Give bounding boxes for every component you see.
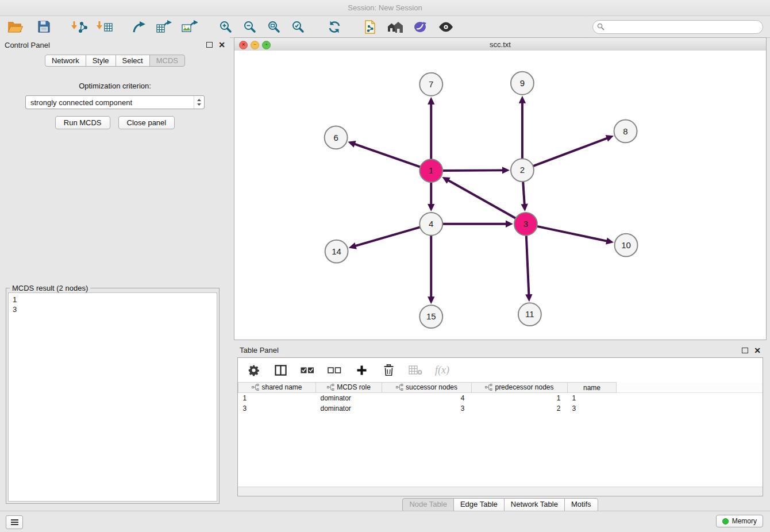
- graph-node-14[interactable]: 14: [325, 240, 348, 263]
- search-input[interactable]: [607, 21, 763, 33]
- apply-layout-icon[interactable]: [325, 18, 344, 36]
- run-mcds-button[interactable]: Run MCDS: [55, 116, 110, 129]
- graph-edge-2-3[interactable]: [523, 182, 525, 205]
- column-header-successor-nodes[interactable]: successor nodes: [382, 383, 472, 393]
- table-cell[interactable]: 1: [472, 393, 568, 404]
- table-cell[interactable]: 4: [382, 393, 472, 404]
- zoom-out-icon[interactable]: [240, 18, 259, 36]
- table-cell[interactable]: 2: [472, 403, 568, 414]
- export-image-icon[interactable]: [180, 18, 199, 36]
- float-panel-icon[interactable]: [206, 42, 213, 48]
- show-columns-icon[interactable]: [273, 363, 288, 377]
- export-table-icon[interactable]: [155, 18, 174, 36]
- open-session-icon[interactable]: [6, 18, 24, 36]
- network-window-titlebar[interactable]: ✕ − + scc.txt: [234, 38, 766, 51]
- table-row[interactable]: 1dominator411: [238, 393, 763, 404]
- svg-text:9: 9: [520, 78, 525, 88]
- close-table-panel-icon[interactable]: ✕: [754, 346, 761, 354]
- graph-edge-3-1[interactable]: [448, 180, 516, 218]
- graph-node-10[interactable]: 10: [615, 234, 638, 257]
- tab-style[interactable]: Style: [86, 55, 116, 67]
- table-panel-body: f(x) shared name MCDS role success: [237, 357, 763, 496]
- graph-edge-arrow: [428, 296, 434, 304]
- tab-node-table[interactable]: Node Table: [402, 498, 454, 512]
- export-network-icon[interactable]: [130, 18, 148, 36]
- mcds-result-list[interactable]: 13: [8, 292, 217, 502]
- table-panel: Table Panel ✕: [234, 343, 767, 511]
- graph-node-4[interactable]: 4: [419, 213, 442, 236]
- graph-edge-2-8[interactable]: [533, 138, 608, 166]
- svg-text:11: 11: [525, 309, 534, 319]
- column-header-filler: [617, 383, 763, 393]
- graph-node-9[interactable]: 9: [511, 72, 534, 95]
- import-table-icon[interactable]: [95, 18, 114, 36]
- deselect-all-icon[interactable]: [327, 363, 342, 377]
- graph-node-2[interactable]: 2: [511, 159, 534, 182]
- create-column-plus-icon[interactable]: [354, 363, 369, 377]
- window-zoom-icon[interactable]: +: [262, 41, 271, 49]
- memory-button[interactable]: Memory: [716, 515, 763, 527]
- table-settings-gear-icon[interactable]: [246, 363, 261, 377]
- style-paint-icon[interactable]: [411, 18, 430, 36]
- column-type-icon: [327, 384, 334, 391]
- network-window-title: scc.txt: [490, 40, 511, 49]
- close-panel-icon[interactable]: ✕: [218, 41, 225, 49]
- first-neighbors-icon[interactable]: [361, 18, 379, 36]
- window-close-icon[interactable]: ✕: [239, 41, 248, 49]
- graph-node-7[interactable]: 7: [419, 73, 442, 96]
- graph-node-15[interactable]: 15: [419, 305, 442, 328]
- table-cell-filler: [617, 393, 763, 404]
- graph-node-8[interactable]: 8: [614, 120, 637, 143]
- import-network-icon[interactable]: [70, 18, 88, 36]
- table-cell[interactable]: 3: [238, 403, 316, 414]
- tab-network-table[interactable]: Network Table: [504, 498, 565, 512]
- graph-edge-arrow: [521, 204, 528, 211]
- tab-select[interactable]: Select: [116, 55, 150, 67]
- node-table: shared name MCDS role successor nodes pr…: [238, 382, 763, 414]
- graph-node-6[interactable]: 6: [325, 126, 348, 149]
- tab-edge-table[interactable]: Edge Table: [453, 498, 505, 512]
- table-horizontal-scrollbar[interactable]: [238, 487, 763, 496]
- network-graph[interactable]: 7968124314101511: [234, 51, 766, 340]
- search-box[interactable]: [592, 20, 763, 34]
- network-canvas[interactable]: 7968124314101511: [234, 51, 766, 340]
- graph-node-1[interactable]: 1: [419, 159, 442, 182]
- column-header-predecessor-nodes[interactable]: predecessor nodes: [472, 383, 568, 393]
- graph-edge-3-11[interactable]: [526, 236, 529, 296]
- window-minimize-icon[interactable]: −: [251, 41, 259, 49]
- graph-node-3[interactable]: 3: [514, 213, 537, 236]
- table-cell[interactable]: 1: [238, 393, 316, 404]
- zoom-selected-icon[interactable]: [288, 18, 307, 36]
- network-overview-icon[interactable]: [386, 18, 405, 36]
- svg-text:7: 7: [429, 79, 433, 89]
- graph-edge-4-14[interactable]: [355, 227, 420, 246]
- float-table-panel-icon[interactable]: [742, 348, 748, 353]
- criterion-dropdown[interactable]: strongly connected component: [25, 95, 205, 109]
- graph-edge-arrow: [606, 237, 614, 244]
- save-session-icon[interactable]: [34, 18, 53, 36]
- graph-node-11[interactable]: 11: [518, 303, 541, 326]
- tab-network[interactable]: Network: [45, 55, 86, 67]
- svg-text:3: 3: [523, 219, 528, 229]
- task-history-button[interactable]: [6, 515, 23, 529]
- table-cell[interactable]: 3: [568, 403, 617, 414]
- tab-motifs[interactable]: Motifs: [564, 498, 598, 512]
- column-header-mcds-role[interactable]: MCDS role: [316, 383, 382, 393]
- zoom-fit-icon[interactable]: [264, 18, 283, 36]
- graph-edge-1-2[interactable]: [442, 170, 503, 171]
- tab-mcds[interactable]: MCDS: [149, 55, 185, 67]
- table-cell[interactable]: dominator: [316, 403, 382, 414]
- graph-edge-3-10[interactable]: [537, 226, 607, 241]
- close-panel-button[interactable]: Close panel: [118, 116, 175, 129]
- table-cell[interactable]: 1: [568, 393, 617, 404]
- show-details-eye-icon[interactable]: [437, 18, 455, 36]
- table-cell[interactable]: 3: [382, 403, 472, 414]
- delete-column-trash-icon[interactable]: [381, 363, 396, 377]
- select-all-icon[interactable]: [300, 363, 315, 377]
- table-cell[interactable]: dominator: [316, 393, 382, 404]
- zoom-in-icon[interactable]: [216, 18, 234, 36]
- graph-edge-1-6[interactable]: [354, 144, 421, 167]
- table-row[interactable]: 3dominator323: [238, 403, 763, 414]
- column-header-shared-name[interactable]: shared name: [238, 383, 316, 393]
- column-header-name[interactable]: name: [568, 383, 617, 393]
